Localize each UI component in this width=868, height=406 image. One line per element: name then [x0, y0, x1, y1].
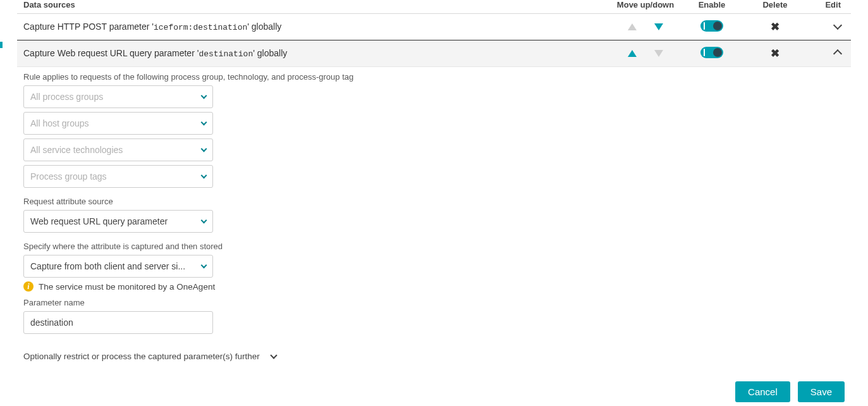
row-suffix: ' globally	[247, 22, 281, 32]
select-value: All service technologies	[30, 145, 123, 155]
data-source-row: Capture HTTP POST parameter 'iceform:des…	[17, 14, 851, 40]
select-value: All host groups	[30, 118, 89, 128]
rule-details-panel: Rule applies to requests of the followin…	[17, 67, 851, 367]
delete-icon[interactable]: ✖	[771, 47, 779, 59]
move-down-icon[interactable]	[654, 23, 663, 30]
data-source-description: Capture HTTP POST parameter 'iceform:des…	[23, 22, 611, 32]
chevron-down-icon	[270, 352, 277, 359]
parameter-name-input[interactable]	[30, 317, 206, 328]
info-icon: i	[23, 281, 34, 292]
restrict-label: Optionally restrict or process the captu…	[23, 352, 260, 361]
header-data-sources: Data sources	[23, 0, 611, 9]
move-up-icon	[628, 23, 637, 30]
delete-icon[interactable]: ✖	[771, 21, 779, 33]
applies-to-label: Rule applies to requests of the followin…	[23, 72, 845, 82]
expand-icon[interactable]	[833, 20, 842, 29]
chevron-down-icon	[201, 262, 207, 269]
footer-actions: Cancel Save	[17, 370, 851, 406]
row-param: iceform:destination	[154, 23, 247, 32]
cancel-button[interactable]: Cancel	[735, 381, 790, 402]
header-move: Move up/down	[611, 0, 680, 9]
row-param: destination	[199, 49, 253, 59]
move-up-icon[interactable]	[628, 50, 637, 57]
table-header-row: Data sources Move up/down Enable Delete …	[17, 0, 851, 14]
header-edit: Edit	[807, 0, 845, 9]
host-groups-select[interactable]: All host groups	[23, 112, 213, 135]
restrict-expand-row[interactable]: Optionally restrict or process the captu…	[23, 352, 845, 361]
row-prefix: Capture Web request URL query parameter …	[23, 48, 199, 58]
info-message: i The service must be monitored by a One…	[23, 281, 845, 292]
info-text: The service must be monitored by a OneAg…	[39, 282, 215, 292]
data-source-row: Capture Web request URL query parameter …	[17, 40, 851, 67]
parameter-name-input-wrapper	[23, 311, 213, 334]
process-group-tags-select[interactable]: Process group tags	[23, 165, 213, 188]
header-delete: Delete	[743, 0, 807, 9]
move-down-icon	[654, 50, 663, 57]
data-source-description: Capture Web request URL query parameter …	[23, 48, 611, 59]
chevron-down-icon	[201, 120, 207, 126]
service-technologies-select[interactable]: All service technologies	[23, 138, 213, 161]
select-value: Capture from both client and server si..…	[30, 261, 185, 271]
collapse-icon[interactable]	[833, 49, 842, 58]
select-value: All process groups	[30, 92, 103, 102]
enable-toggle[interactable]	[700, 20, 723, 32]
parameter-name-label: Parameter name	[23, 298, 845, 307]
chevron-down-icon	[201, 173, 207, 179]
capture-location-select[interactable]: Capture from both client and server si..…	[23, 255, 213, 278]
chevron-down-icon	[201, 146, 207, 152]
select-value: Process group tags	[30, 171, 107, 181]
header-enable: Enable	[680, 0, 743, 9]
request-attribute-source-label: Request attribute source	[23, 197, 845, 206]
chevron-down-icon	[201, 218, 207, 224]
save-button[interactable]: Save	[798, 381, 845, 402]
capture-location-label: Specify where the attribute is captured …	[23, 242, 845, 251]
select-value: Web request URL query parameter	[30, 216, 168, 226]
row-suffix: ' globally	[253, 48, 287, 58]
chevron-down-icon	[201, 93, 207, 99]
process-groups-select[interactable]: All process groups	[23, 85, 213, 108]
enable-toggle[interactable]	[700, 47, 723, 58]
row-prefix: Capture HTTP POST parameter '	[23, 22, 154, 32]
request-attribute-source-select[interactable]: Web request URL query parameter	[23, 210, 213, 233]
left-accent-marker	[0, 42, 3, 48]
